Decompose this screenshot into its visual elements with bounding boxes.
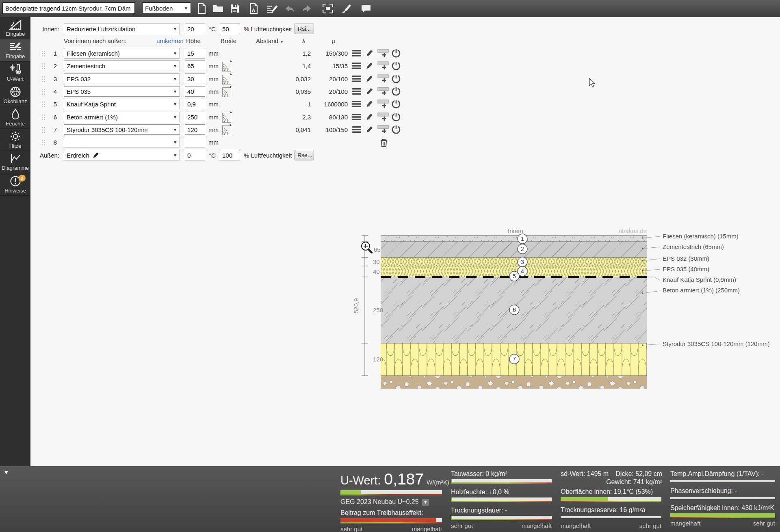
svg-text:A: A — [252, 8, 255, 13]
sidebar-item-eingabe-1[interactable]: Eingabe — [0, 17, 30, 39]
material-select[interactable]: Fliesen (keramisch)▼ — [64, 48, 180, 58]
layer-menu-button[interactable] — [351, 61, 362, 71]
height-input[interactable] — [185, 112, 205, 122]
sidebar-item-diagramme[interactable]: Diagramme — [0, 151, 30, 173]
insert-layer-button[interactable] — [377, 125, 390, 134]
delete-layer-button[interactable] — [379, 138, 389, 147]
inhomogeneous-layer-button[interactable] — [222, 124, 233, 135]
inhomogeneous-layer-button[interactable] — [222, 74, 233, 84]
gewicht-label: Gewicht: 741 kg/m² — [606, 478, 662, 485]
inhomogeneous-layer-button[interactable] — [222, 86, 233, 97]
height-input[interactable] — [185, 86, 205, 97]
layer-edit-button[interactable] — [364, 48, 375, 58]
rsi-button[interactable]: Rsi... — [295, 24, 314, 34]
layer-toggle-button[interactable] — [391, 112, 401, 122]
layer-toggle-button[interactable] — [391, 74, 401, 84]
geg-select-button[interactable]: ▼ — [422, 499, 429, 506]
layer-toggle-button[interactable] — [391, 48, 401, 58]
save-button[interactable] — [229, 3, 241, 14]
sidebar-item-feuchte[interactable]: Feuchte — [0, 106, 30, 129]
layer-edit-button[interactable] — [364, 125, 375, 134]
material-select[interactable]: Knauf Katja Sprint▼ — [64, 99, 180, 109]
innen-condition-select[interactable]: Reduzierte Luftzirkulation ▼ — [64, 24, 180, 34]
reverse-link[interactable]: umkehren — [156, 37, 184, 44]
insert-layer-button[interactable] — [377, 99, 390, 109]
layer-edit-button[interactable] — [364, 61, 375, 71]
chevron-down-icon: ▼ — [184, 6, 188, 11]
layer-menu-button[interactable] — [351, 48, 362, 58]
drag-handle[interactable] — [41, 63, 46, 71]
material-select[interactable]: ▼ — [64, 137, 180, 147]
layer-menu-button[interactable] — [351, 125, 362, 134]
drag-handle[interactable] — [41, 101, 46, 109]
aussen-temp-input[interactable] — [185, 150, 205, 160]
component-type-select[interactable]: Fußboden ▼ — [142, 2, 191, 14]
insert-layer-button[interactable] — [377, 48, 390, 58]
drag-handle[interactable] — [41, 89, 46, 97]
brush-button[interactable] — [340, 3, 353, 14]
insert-layer-button[interactable] — [377, 112, 390, 122]
material-select[interactable]: Styrodur 3035CS 100-120mm▼ — [64, 124, 180, 135]
rse-button[interactable]: Rse... — [295, 150, 314, 160]
material-select[interactable]: Zementestrich▼ — [64, 61, 180, 71]
sidebar-item-eingabe-2[interactable]: Eingabe — [0, 39, 30, 62]
drag-handle[interactable] — [41, 127, 46, 135]
material-select[interactable]: EPS 032▼ — [64, 74, 180, 84]
inhomogeneous-layer-button[interactable] — [222, 61, 233, 71]
height-input[interactable] — [185, 48, 205, 58]
collapse-results-button[interactable]: ▼ — [3, 469, 9, 476]
inhomogeneous-layer-button[interactable] — [222, 112, 233, 123]
fullscreen-button[interactable] — [322, 3, 334, 14]
pdf-export-button[interactable]: A — [248, 3, 260, 14]
undo-button[interactable] — [284, 3, 296, 14]
aussen-condition-select[interactable]: Erdreich ▼ — [64, 150, 180, 160]
layer-menu-button[interactable] — [351, 87, 362, 96]
layer-menu-button[interactable] — [351, 74, 362, 84]
layer-edit-button[interactable] — [364, 74, 375, 84]
sidebar-item-hitze[interactable]: Hitze — [0, 129, 30, 151]
layer-edit-button[interactable] — [364, 112, 375, 122]
innen-temp-input[interactable] — [185, 24, 205, 34]
drag-handle[interactable] — [41, 139, 46, 147]
lambda-value: 1,2 — [284, 50, 311, 57]
layer-toggle-button[interactable] — [391, 125, 401, 134]
layer-menu-button[interactable] — [351, 99, 362, 109]
material-select[interactable]: EPS 035▼ — [64, 86, 180, 97]
layer-edit-button[interactable] — [364, 99, 375, 109]
sidebar-item-uwert[interactable]: U-Wert — [0, 62, 30, 84]
height-input[interactable] — [185, 137, 205, 147]
treibhaus-bar — [340, 518, 442, 522]
redo-button[interactable] — [301, 3, 313, 14]
height-input[interactable] — [185, 61, 205, 71]
height-input[interactable] — [185, 124, 205, 135]
abstand-header[interactable]: Abstand ▼ — [256, 37, 284, 44]
diagram-zoom-button[interactable] — [362, 242, 372, 253]
new-file-button[interactable] — [196, 3, 208, 14]
sidebar-item-hinweise[interactable]: 2 Hinweise — [0, 173, 30, 196]
insert-layer-button[interactable] — [377, 74, 390, 84]
project-title-input[interactable] — [2, 2, 135, 14]
dim-120: 120 — [373, 356, 383, 363]
layer-row-5: 5 Knauf Katja Sprint▼ mm 1 1600000 — [41, 99, 414, 109]
layer-edit-button[interactable] — [364, 87, 375, 96]
sidebar-item-oekobilanz[interactable]: Ökobilanz — [0, 84, 30, 106]
drag-handle[interactable] — [41, 50, 46, 58]
sidebar-item-label: Hitze — [9, 143, 22, 149]
layer-toggle-button[interactable] — [391, 87, 401, 96]
comment-button[interactable] — [360, 3, 372, 14]
material-select[interactable]: Beton armiert (1%)▼ — [64, 112, 180, 122]
aussen-humidity-input[interactable] — [220, 150, 240, 160]
innen-humidity-input[interactable] — [220, 24, 240, 34]
open-folder-button[interactable] — [212, 3, 224, 14]
layer-toggle-button[interactable] — [391, 99, 401, 109]
height-input[interactable] — [185, 74, 205, 84]
edit-notes-button[interactable] — [266, 3, 279, 14]
drag-handle[interactable] — [41, 76, 46, 84]
insert-layer-button[interactable] — [377, 61, 390, 71]
drag-handle[interactable] — [41, 114, 46, 122]
layer-menu-button[interactable] — [351, 112, 362, 122]
layer-number: 1 — [49, 50, 57, 57]
height-input[interactable] — [185, 99, 205, 109]
layer-toggle-button[interactable] — [391, 61, 401, 71]
insert-layer-button[interactable] — [377, 87, 390, 96]
